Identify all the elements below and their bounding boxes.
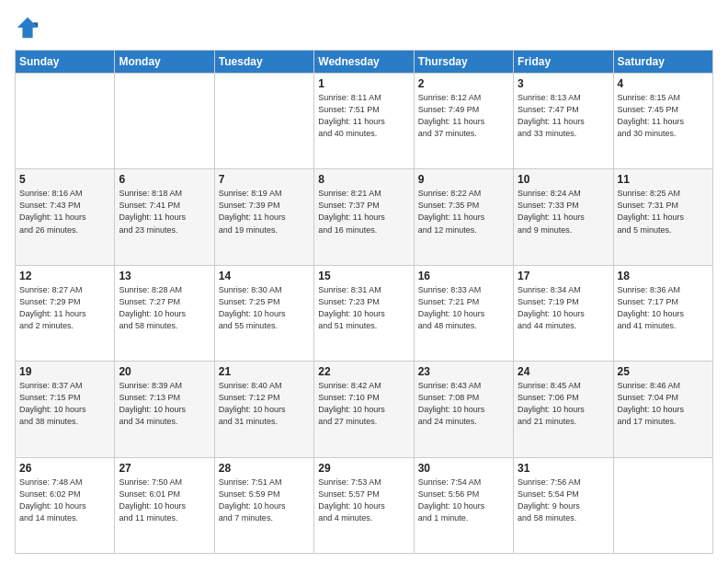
day-number: 13: [119, 270, 210, 282]
logo: [15, 15, 44, 40]
calendar-cell: 30Sunrise: 7:54 AM Sunset: 5:56 PM Dayli…: [414, 457, 513, 553]
day-number: 7: [219, 173, 310, 186]
calendar-cell: [16, 74, 115, 169]
calendar-week-row: 5Sunrise: 8:16 AM Sunset: 7:43 PM Daylig…: [16, 169, 713, 265]
day-info: Sunrise: 8:36 AM Sunset: 7:17 PM Dayligh…: [618, 284, 709, 332]
day-number: 14: [219, 270, 310, 282]
day-number: 26: [19, 462, 110, 475]
calendar-cell: 10Sunrise: 8:24 AM Sunset: 7:33 PM Dayli…: [514, 169, 613, 265]
logo-icon: [15, 15, 40, 40]
day-number: 29: [318, 462, 409, 475]
calendar-day-header: Saturday: [613, 51, 712, 74]
day-info: Sunrise: 7:54 AM Sunset: 5:56 PM Dayligh…: [418, 477, 509, 524]
day-number: 24: [518, 365, 609, 378]
day-info: Sunrise: 7:48 AM Sunset: 6:02 PM Dayligh…: [19, 477, 110, 524]
calendar-cell: 16Sunrise: 8:33 AM Sunset: 7:21 PM Dayli…: [414, 265, 513, 361]
day-info: Sunrise: 8:45 AM Sunset: 7:06 PM Dayligh…: [518, 380, 609, 428]
day-info: Sunrise: 7:50 AM Sunset: 6:01 PM Dayligh…: [119, 477, 210, 524]
calendar-cell: 11Sunrise: 8:25 AM Sunset: 7:31 PM Dayli…: [613, 169, 712, 265]
calendar-cell: 14Sunrise: 8:30 AM Sunset: 7:25 PM Dayli…: [214, 265, 313, 361]
calendar-week-row: 1Sunrise: 8:11 AM Sunset: 7:51 PM Daylig…: [16, 74, 713, 169]
day-number: 17: [518, 270, 609, 282]
day-number: 12: [19, 270, 110, 282]
day-info: Sunrise: 8:24 AM Sunset: 7:33 PM Dayligh…: [518, 188, 609, 236]
calendar-cell: 19Sunrise: 8:37 AM Sunset: 7:15 PM Dayli…: [16, 362, 115, 457]
day-info: Sunrise: 8:30 AM Sunset: 7:25 PM Dayligh…: [219, 284, 310, 332]
day-info: Sunrise: 7:56 AM Sunset: 5:54 PM Dayligh…: [518, 477, 609, 524]
day-number: 19: [19, 365, 110, 378]
calendar-cell: [613, 457, 712, 553]
calendar-cell: 18Sunrise: 8:36 AM Sunset: 7:17 PM Dayli…: [613, 265, 712, 361]
calendar-cell: [214, 74, 313, 169]
day-info: Sunrise: 8:25 AM Sunset: 7:31 PM Dayligh…: [618, 188, 709, 236]
calendar-cell: 29Sunrise: 7:53 AM Sunset: 5:57 PM Dayli…: [314, 457, 414, 553]
day-number: 31: [518, 462, 609, 475]
calendar-cell: 9Sunrise: 8:22 AM Sunset: 7:35 PM Daylig…: [414, 169, 513, 265]
day-number: 16: [418, 270, 509, 282]
day-info: Sunrise: 8:15 AM Sunset: 7:45 PM Dayligh…: [618, 92, 709, 140]
calendar-cell: 25Sunrise: 8:46 AM Sunset: 7:04 PM Dayli…: [613, 362, 712, 457]
calendar-cell: 22Sunrise: 8:42 AM Sunset: 7:10 PM Dayli…: [314, 362, 414, 457]
day-info: Sunrise: 8:27 AM Sunset: 7:29 PM Dayligh…: [19, 284, 110, 332]
calendar-cell: 28Sunrise: 7:51 AM Sunset: 5:59 PM Dayli…: [214, 457, 313, 553]
day-info: Sunrise: 8:16 AM Sunset: 7:43 PM Dayligh…: [19, 188, 110, 236]
day-number: 20: [119, 365, 210, 378]
calendar-cell: 17Sunrise: 8:34 AM Sunset: 7:19 PM Dayli…: [514, 265, 613, 361]
calendar-cell: 15Sunrise: 8:31 AM Sunset: 7:23 PM Dayli…: [314, 265, 414, 361]
day-number: 2: [418, 77, 509, 90]
day-number: 30: [418, 462, 509, 475]
calendar-week-row: 12Sunrise: 8:27 AM Sunset: 7:29 PM Dayli…: [16, 265, 713, 361]
calendar-cell: 26Sunrise: 7:48 AM Sunset: 6:02 PM Dayli…: [16, 457, 115, 553]
calendar-week-row: 19Sunrise: 8:37 AM Sunset: 7:15 PM Dayli…: [16, 362, 713, 457]
day-info: Sunrise: 8:42 AM Sunset: 7:10 PM Dayligh…: [318, 380, 409, 428]
day-info: Sunrise: 8:43 AM Sunset: 7:08 PM Dayligh…: [418, 380, 509, 428]
day-info: Sunrise: 8:31 AM Sunset: 7:23 PM Dayligh…: [318, 284, 409, 332]
day-info: Sunrise: 8:33 AM Sunset: 7:21 PM Dayligh…: [418, 284, 509, 332]
calendar-table: SundayMondayTuesdayWednesdayThursdayFrid…: [15, 50, 713, 554]
day-info: Sunrise: 8:12 AM Sunset: 7:49 PM Dayligh…: [418, 92, 509, 140]
day-info: Sunrise: 8:19 AM Sunset: 7:39 PM Dayligh…: [219, 188, 310, 236]
day-info: Sunrise: 7:53 AM Sunset: 5:57 PM Dayligh…: [318, 477, 409, 524]
day-number: 1: [318, 77, 409, 90]
calendar-week-row: 26Sunrise: 7:48 AM Sunset: 6:02 PM Dayli…: [16, 457, 713, 553]
day-number: 5: [19, 173, 110, 186]
calendar-day-header: Thursday: [414, 51, 513, 74]
calendar-cell: 31Sunrise: 7:56 AM Sunset: 5:54 PM Dayli…: [514, 457, 613, 553]
day-number: 22: [318, 365, 409, 378]
day-number: 8: [318, 173, 409, 186]
day-number: 18: [618, 270, 709, 282]
calendar-day-header: Monday: [115, 51, 214, 74]
day-number: 15: [318, 270, 409, 282]
calendar-day-header: Tuesday: [214, 51, 313, 74]
calendar-cell: 21Sunrise: 8:40 AM Sunset: 7:12 PM Dayli…: [214, 362, 313, 457]
calendar-cell: 3Sunrise: 8:13 AM Sunset: 7:47 PM Daylig…: [514, 74, 613, 169]
calendar-cell: 6Sunrise: 8:18 AM Sunset: 7:41 PM Daylig…: [115, 169, 214, 265]
calendar-cell: 13Sunrise: 8:28 AM Sunset: 7:27 PM Dayli…: [115, 265, 214, 361]
day-number: 4: [618, 77, 709, 90]
day-number: 10: [518, 173, 609, 186]
day-info: Sunrise: 8:37 AM Sunset: 7:15 PM Dayligh…: [19, 380, 110, 428]
calendar-cell: 5Sunrise: 8:16 AM Sunset: 7:43 PM Daylig…: [16, 169, 115, 265]
day-number: 9: [418, 173, 509, 186]
day-info: Sunrise: 8:46 AM Sunset: 7:04 PM Dayligh…: [618, 380, 709, 428]
day-info: Sunrise: 8:11 AM Sunset: 7:51 PM Dayligh…: [318, 92, 409, 140]
calendar-cell: [115, 74, 214, 169]
day-number: 3: [518, 77, 609, 90]
calendar-cell: 7Sunrise: 8:19 AM Sunset: 7:39 PM Daylig…: [214, 169, 313, 265]
day-number: 11: [618, 173, 709, 186]
calendar-cell: 8Sunrise: 8:21 AM Sunset: 7:37 PM Daylig…: [314, 169, 414, 265]
day-info: Sunrise: 8:39 AM Sunset: 7:13 PM Dayligh…: [119, 380, 210, 428]
calendar-cell: 1Sunrise: 8:11 AM Sunset: 7:51 PM Daylig…: [314, 74, 414, 169]
day-info: Sunrise: 8:13 AM Sunset: 7:47 PM Dayligh…: [518, 92, 609, 140]
calendar-cell: 24Sunrise: 8:45 AM Sunset: 7:06 PM Dayli…: [514, 362, 613, 457]
page-header: [15, 15, 713, 40]
day-number: 21: [219, 365, 310, 378]
day-info: Sunrise: 8:22 AM Sunset: 7:35 PM Dayligh…: [418, 188, 509, 236]
calendar-cell: 23Sunrise: 8:43 AM Sunset: 7:08 PM Dayli…: [414, 362, 513, 457]
calendar-day-header: Sunday: [16, 51, 115, 74]
day-number: 25: [618, 365, 709, 378]
day-info: Sunrise: 8:21 AM Sunset: 7:37 PM Dayligh…: [318, 188, 409, 236]
calendar-day-header: Friday: [514, 51, 613, 74]
day-info: Sunrise: 8:40 AM Sunset: 7:12 PM Dayligh…: [219, 380, 310, 428]
day-number: 6: [119, 173, 210, 186]
